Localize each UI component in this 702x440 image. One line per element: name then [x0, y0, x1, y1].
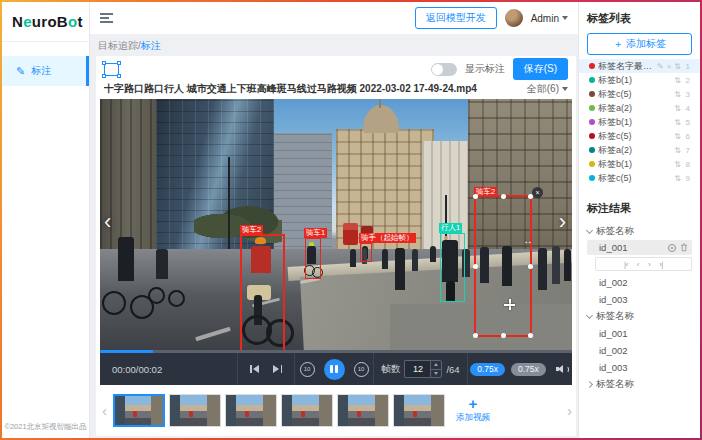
rect-select-icon[interactable]	[104, 63, 119, 76]
resize-handle[interactable]	[501, 194, 506, 199]
video-thumbnail[interactable]	[281, 394, 333, 427]
result-group-collapsed[interactable]: 标签名称	[587, 376, 692, 393]
avatar[interactable]	[505, 9, 523, 27]
label-name: 标签名字最长数...	[598, 60, 654, 73]
user-menu[interactable]: Admin	[531, 13, 568, 24]
label-row[interactable]: 标签b(1) ⇅ 5	[587, 115, 692, 129]
resize-handle[interactable]	[528, 333, 533, 338]
edit-icon[interactable]: ✎	[657, 62, 664, 71]
forward-10-icon[interactable]: 10	[354, 362, 369, 377]
result-item-selected[interactable]: id_001	[587, 240, 692, 255]
show-annotation-toggle[interactable]	[431, 63, 457, 76]
label-row[interactable]: 标签a(2) ⇅ 7	[587, 143, 692, 157]
resize-handle[interactable]	[528, 194, 533, 199]
app-root: NeuroBot ✎ 标注 ©2021北京矩视智能出品 返回模型开发 Admin…	[2, 2, 700, 438]
rewind-10-icon[interactable]: 10	[300, 362, 315, 377]
sidebar-item-label: 标注	[31, 64, 51, 78]
speed-pill-active[interactable]: 0.75x	[470, 363, 505, 376]
resize-handle[interactable]	[473, 194, 478, 199]
breadcrumb-parent[interactable]: 目标追踪	[98, 40, 138, 51]
close-icon[interactable]: ×	[532, 187, 543, 198]
sidebar-item-annotate[interactable]: ✎ 标注	[2, 56, 89, 86]
volume-icon[interactable]	[556, 363, 570, 375]
resize-handle[interactable]	[528, 264, 533, 269]
locate-icon[interactable]	[668, 244, 676, 252]
result-item[interactable]: id_002	[587, 342, 692, 359]
result-item[interactable]: id_001	[587, 325, 692, 342]
result-group-name: 标签名称	[596, 310, 634, 323]
first-page-icon[interactable]: |‹	[624, 260, 628, 269]
label-color-dot	[589, 91, 595, 97]
sort-icon[interactable]: ⇅	[674, 62, 681, 71]
prev-frame-button[interactable]	[250, 365, 259, 373]
result-group[interactable]: 标签名称	[587, 223, 692, 240]
video-frame[interactable]: 骑车2 骑车1 骑手（起始帧） 行人1 骑车2 ×	[100, 99, 572, 353]
result-item[interactable]: id_002	[587, 274, 692, 291]
result-group[interactable]: 标签名称	[587, 308, 692, 325]
sort-icon[interactable]: ⇅	[674, 118, 681, 127]
label-row[interactable]: 标签c(5) ⇅ 3	[587, 87, 692, 101]
label-row[interactable]: 标签a(2) ⇅ 4	[587, 101, 692, 115]
label-row[interactable]: 标签c(5) ⇅ 9	[587, 171, 692, 185]
bbox-pedestrian1[interactable]: 行人1	[440, 233, 465, 302]
label-shortcut: 7	[684, 146, 690, 155]
prev-video-chevron[interactable]: ‹	[104, 211, 111, 233]
next-page-icon[interactable]: ›	[648, 260, 650, 269]
sort-icon[interactable]: ⇅	[674, 146, 681, 155]
breadcrumb-current[interactable]: 标注	[141, 40, 161, 51]
bbox-cyclist1[interactable]: 骑车1	[305, 238, 321, 279]
video-thumbnail[interactable]	[169, 394, 221, 427]
sort-icon[interactable]: ⇅	[674, 132, 681, 141]
add-video-button[interactable]: + 添加视频	[449, 397, 497, 424]
speed-pill[interactable]: 0.75x	[511, 363, 546, 376]
bbox-cyclist2-selected[interactable]: 骑车2 ×	[474, 195, 532, 337]
add-label-button[interactable]: ＋ 添加标签	[587, 33, 692, 55]
result-item[interactable]: id_003	[587, 291, 692, 308]
video-thumbnail-selected[interactable]	[113, 394, 165, 427]
frame-input[interactable]: 12	[404, 360, 430, 378]
next-video-chevron[interactable]: ›	[559, 211, 566, 233]
resize-handle[interactable]	[473, 264, 478, 269]
prev-page-icon[interactable]: ‹	[637, 260, 639, 269]
bbox-label: 骑车2	[240, 225, 263, 235]
sort-icon[interactable]: ⇅	[674, 90, 681, 99]
sort-icon[interactable]: ⇅	[674, 76, 681, 85]
save-button[interactable]: 保存(S)	[513, 58, 568, 80]
seek-bar[interactable]	[100, 350, 572, 353]
delete-icon[interactable]: ×	[667, 62, 672, 71]
resize-handle[interactable]	[501, 333, 506, 338]
trash-icon[interactable]	[680, 243, 688, 252]
back-to-model-dev-button[interactable]: 返回模型开发	[415, 7, 497, 29]
bbox-cyclist2-left[interactable]: 骑车2	[240, 234, 285, 353]
sort-icon[interactable]: ⇅	[674, 174, 681, 183]
thumbs-prev-chevron[interactable]: ‹	[100, 402, 109, 419]
stepper-down-icon[interactable]	[431, 369, 441, 378]
sort-icon[interactable]: ⇅	[674, 104, 681, 113]
video-thumbnail[interactable]	[337, 394, 389, 427]
stepper-up-icon[interactable]	[431, 361, 441, 369]
result-item-label: id_003	[599, 362, 628, 373]
label-row-selected[interactable]: 标签名字最长数... ✎ × ⇅ 1	[579, 59, 700, 73]
label-row[interactable]: 标签b(1) ⇅ 2	[587, 73, 692, 87]
playback-controls: 00:00/00:02 10 10 帧数 12	[100, 353, 572, 385]
thumbs-next-chevron[interactable]: ›	[565, 402, 574, 419]
frame-stepper[interactable]	[430, 360, 442, 378]
next-frame-button[interactable]	[273, 365, 282, 373]
label-name: 标签a(2)	[598, 144, 671, 157]
video-thumbnail[interactable]	[393, 394, 445, 427]
resize-cursor-icon: ↔	[523, 235, 533, 246]
resize-handle[interactable]	[473, 333, 478, 338]
label-row[interactable]: 标签b(1) ⇅ 8	[587, 157, 692, 171]
sort-icon[interactable]: ⇅	[674, 160, 681, 169]
label-row[interactable]: 标签c(5) ⇅ 6	[587, 129, 692, 143]
label-name: 标签c(5)	[598, 172, 671, 185]
video-filter-dropdown[interactable]: 全部(6)	[527, 82, 568, 96]
pause-button[interactable]	[324, 359, 345, 380]
result-item[interactable]: id_003	[587, 359, 692, 376]
scene-figure	[552, 246, 560, 284]
bbox-rider-startframe[interactable]: 骑手（起始帧）	[360, 243, 372, 262]
video-thumbnail[interactable]	[225, 394, 277, 427]
menu-fold-icon[interactable]	[100, 13, 113, 23]
last-page-icon[interactable]: ›|	[659, 260, 663, 269]
scene-figure	[538, 248, 547, 290]
